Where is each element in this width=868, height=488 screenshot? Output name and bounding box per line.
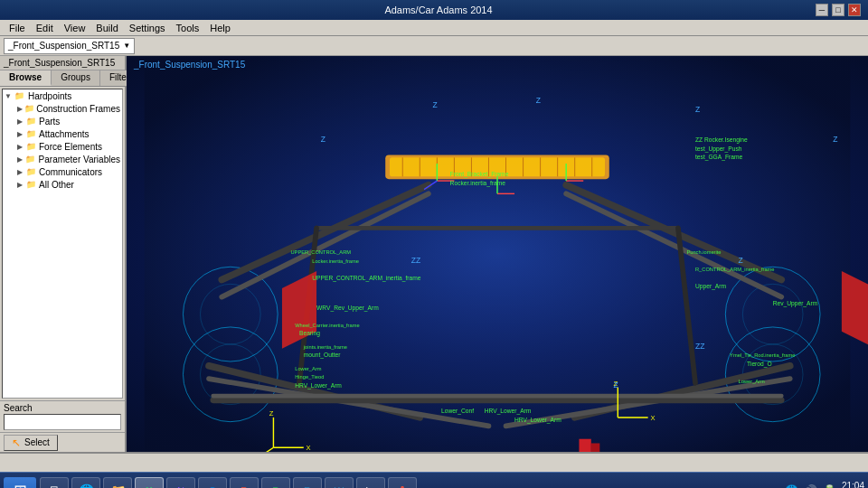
svg-text:R_CONTROL_ARM_inertia_frame: R_CONTROL_ARM_inertia_frame bbox=[695, 267, 774, 272]
taskbar-tray: 🌐 🔊 🔋 21:04 ENG bbox=[785, 481, 864, 489]
menu-edit[interactable]: Edit bbox=[31, 22, 59, 34]
tab-groups[interactable]: Groups bbox=[52, 70, 100, 86]
svg-rect-0 bbox=[145, 56, 851, 452]
svg-text:X: X bbox=[307, 444, 311, 452]
menu-bar: File Edit View Build Settings Tools Help bbox=[0, 20, 868, 36]
window-controls: ─ □ ✕ bbox=[816, 4, 861, 16]
tree-label-all-other: All Other bbox=[39, 180, 74, 190]
window-title: Adams/Car Adams 2014 bbox=[61, 5, 816, 15]
taskbar-item-folder[interactable]: 📁 bbox=[103, 477, 132, 489]
menu-view[interactable]: View bbox=[59, 22, 91, 34]
svg-rect-90 bbox=[579, 439, 590, 452]
tree-item-all-other[interactable]: ▶ 📁 All Other bbox=[3, 178, 122, 191]
svg-text:ZZ: ZZ bbox=[695, 342, 704, 351]
search-input[interactable] bbox=[4, 414, 121, 430]
svg-text:HRV_Lower_Arm: HRV_Lower_Arm bbox=[514, 417, 561, 424]
svg-text:Z: Z bbox=[833, 135, 837, 144]
svg-text:Bearing: Bearing bbox=[299, 330, 320, 337]
folder-icon: 📁 bbox=[14, 90, 26, 101]
select-button[interactable]: ↖ Select bbox=[4, 435, 58, 451]
select-button-label: Select bbox=[24, 437, 50, 447]
svg-text:ZZ Rocker.Isengine: ZZ Rocker.Isengine bbox=[695, 136, 748, 144]
taskbar-item-ppt[interactable]: P bbox=[230, 477, 259, 489]
search-bar: Search bbox=[0, 400, 125, 432]
svg-text:Rev_Upper_Arm: Rev_Upper_Arm bbox=[773, 300, 818, 307]
expand-icon: ▶ bbox=[17, 168, 23, 176]
taskbar-item-excel[interactable]: X bbox=[135, 477, 164, 489]
tree-label-force-elements: Force Elements bbox=[39, 142, 102, 152]
status-bar bbox=[0, 452, 868, 472]
expand-icon: ▶ bbox=[17, 143, 23, 151]
arrow-icon: ↖ bbox=[12, 436, 21, 449]
expand-icon: ▼ bbox=[5, 92, 12, 100]
tree-item-communicators[interactable]: ▶ 📁 Communicators bbox=[3, 165, 122, 178]
maximize-button[interactable]: □ bbox=[832, 4, 844, 16]
tree-item-attachments[interactable]: ▶ 📁 Attachments bbox=[3, 127, 122, 140]
expand-icon: ▶ bbox=[17, 105, 23, 113]
taskbar-item-onenote[interactable]: N bbox=[166, 477, 195, 489]
tree-item-force-elements[interactable]: ▶ 📁 Force Elements bbox=[3, 140, 122, 153]
tray-battery-icon: 🔋 bbox=[823, 484, 836, 489]
svg-rect-91 bbox=[591, 443, 600, 452]
clock-time: 21:04 bbox=[842, 481, 864, 489]
svg-text:WRV_Rev_Upper_Arm: WRV_Rev_Upper_Arm bbox=[316, 305, 379, 312]
svg-text:mount_Outter: mount_Outter bbox=[304, 352, 341, 359]
taskbar-item-visio[interactable]: R bbox=[293, 477, 322, 489]
svg-text:Lower_Arm: Lower_Arm bbox=[739, 379, 765, 384]
tree-item-construction-frames[interactable]: ▶ 📁 Construction Frames bbox=[3, 102, 122, 115]
folder-icon: 📁 bbox=[24, 103, 34, 114]
taskbar-item-outlook[interactable]: O bbox=[198, 477, 227, 489]
tree-item-parameter-variables[interactable]: ▶ 📁 Parameter Variables bbox=[3, 153, 122, 165]
model-dropdown[interactable]: _Front_Suspension_SRT15 ▼ bbox=[4, 38, 135, 54]
tree-label-attachments: Attachments bbox=[39, 129, 90, 139]
svg-text:Lower_Conf: Lower_Conf bbox=[441, 408, 474, 415]
viewport-svg: X Z Y X Z Front_Bracket_Frame Rocker.ine… bbox=[127, 56, 868, 452]
tab-browse[interactable]: Browse bbox=[0, 70, 52, 86]
svg-text:ZZ: ZZ bbox=[411, 256, 420, 265]
svg-text:Front_Bracket_Frame: Front_Bracket_Frame bbox=[450, 171, 509, 178]
svg-text:joints.inertia_frame: joints.inertia_frame bbox=[303, 344, 347, 350]
close-button[interactable]: ✕ bbox=[848, 4, 861, 16]
menu-tools[interactable]: Tools bbox=[171, 22, 205, 34]
menu-file[interactable]: File bbox=[4, 22, 31, 34]
svg-text:Z: Z bbox=[614, 380, 618, 389]
svg-text:test_Upper_Push: test_Upper_Push bbox=[695, 145, 742, 153]
taskbar-item-explorer[interactable]: 🖥 bbox=[40, 477, 69, 489]
taskbar-item-ie[interactable]: 🌐 bbox=[71, 477, 100, 489]
dropdown-arrow-icon: ▼ bbox=[123, 42, 130, 50]
taskbar-item-app[interactable]: A bbox=[388, 477, 417, 489]
tree-item-hardpoints[interactable]: ▼ 📁 Hardpoints bbox=[3, 89, 122, 102]
viewport[interactable]: _Front_Suspension_SRT15 bbox=[127, 56, 868, 452]
taskbar-item-proj[interactable]: P bbox=[261, 477, 290, 489]
svg-text:HRV_Lower_Arm: HRV_Lower_Arm bbox=[485, 408, 532, 415]
taskbar-item-word[interactable]: W bbox=[325, 477, 354, 489]
tray-network-icon: 🌐 bbox=[785, 484, 798, 489]
svg-text:Z: Z bbox=[433, 100, 438, 109]
svg-text:Rocker.inertia_frame: Rocker.inertia_frame bbox=[450, 180, 506, 187]
svg-text:Z: Z bbox=[321, 135, 326, 144]
menu-help[interactable]: Help bbox=[204, 22, 236, 34]
main-container: _Front_Suspension_SRT15 Browse Groups Fi… bbox=[0, 56, 868, 452]
minimize-button[interactable]: ─ bbox=[816, 4, 828, 16]
svg-text:Z: Z bbox=[695, 105, 700, 114]
svg-text:X: X bbox=[650, 414, 655, 422]
start-button[interactable]: ⊞ bbox=[4, 477, 36, 489]
expand-icon: ▶ bbox=[17, 130, 23, 138]
system-clock: 21:04 ENG bbox=[842, 481, 864, 489]
taskbar-item-media[interactable]: ▶ bbox=[356, 477, 385, 489]
svg-text:HRV_Lower_Arm: HRV_Lower_Arm bbox=[295, 382, 342, 389]
menu-settings[interactable]: Settings bbox=[124, 22, 171, 34]
svg-text:UPPER_CONTROL_ARM: UPPER_CONTROL_ARM bbox=[290, 249, 351, 255]
svg-text:Hinge_Tieod: Hinge_Tieod bbox=[295, 374, 324, 380]
svg-text:Wheel_Carrier.inertia_frame: Wheel_Carrier.inertia_frame bbox=[295, 323, 359, 328]
menu-build[interactable]: Build bbox=[90, 22, 123, 34]
left-panel: _Front_Suspension_SRT15 Browse Groups Fi… bbox=[0, 56, 127, 452]
svg-text:Lower_Arm: Lower_Arm bbox=[295, 366, 321, 371]
tree-label-hardpoints: Hardpoints bbox=[28, 91, 71, 101]
tree-item-parts[interactable]: ▶ 📁 Parts bbox=[3, 115, 122, 127]
panel-tabs: Browse Groups Filters bbox=[0, 70, 125, 87]
folder-icon: 📁 bbox=[24, 154, 37, 164]
expand-icon: ▶ bbox=[17, 155, 23, 164]
search-label: Search bbox=[4, 403, 121, 413]
tree-container: ▼ 📁 Hardpoints ▶ 📁 Construction Frames ▶… bbox=[2, 89, 123, 399]
